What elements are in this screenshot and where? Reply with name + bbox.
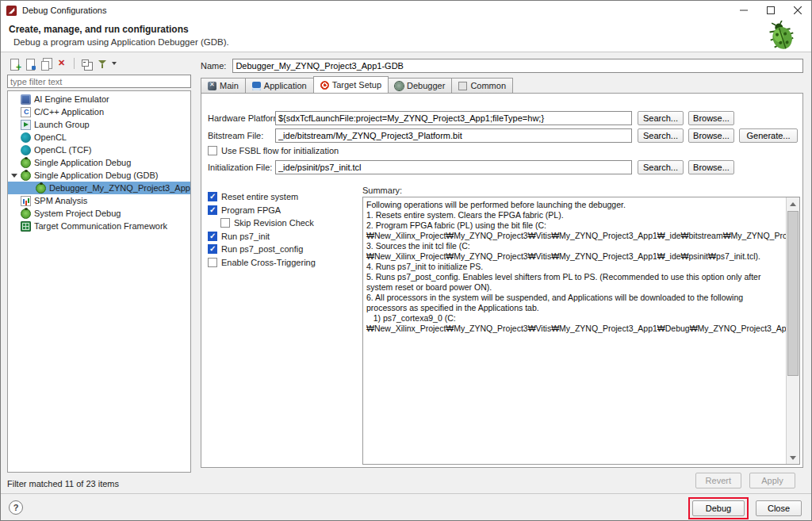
- hardware-platform-input[interactable]: [275, 111, 632, 125]
- spm-analysis-icon: [21, 196, 31, 206]
- target-communication-framework-icon: [21, 221, 31, 232]
- header-title: Create, manage, and run configurations: [9, 24, 189, 35]
- skip-revision-check-row: Skip Revision Check: [220, 216, 358, 229]
- new-configuration-button[interactable]: [7, 57, 21, 71]
- name-label: Name:: [201, 61, 226, 71]
- help-button[interactable]: ?: [9, 500, 23, 515]
- initialization-file-row: Initialization File: Search... Browse...: [201, 160, 802, 174]
- debugger-tab-icon: [395, 82, 404, 90]
- delete-button[interactable]: [55, 57, 69, 71]
- tree-item-launch-group[interactable]: Launch Group: [8, 118, 190, 131]
- tree-item-opencl-tcf[interactable]: OpenCL (TCF): [8, 144, 190, 156]
- app-logo-icon: [6, 5, 17, 17]
- run-ps7-init-row: Run ps7_init: [208, 230, 358, 243]
- scrollbar-thumb[interactable]: [787, 211, 799, 376]
- dialog-footer: ? Debug Close: [1, 493, 811, 520]
- run-ps7-init-checkbox[interactable]: [208, 232, 217, 241]
- apply-row: Revert Apply: [695, 473, 795, 488]
- tab-target-setup[interactable]: Target Setup: [313, 76, 389, 93]
- tab-debugger[interactable]: Debugger: [388, 78, 452, 93]
- debug-button[interactable]: Debug: [692, 500, 745, 516]
- summary-scrollbar[interactable]: [786, 197, 799, 464]
- skip-revision-check-checkbox[interactable]: [220, 218, 230, 228]
- dialog-body: AI Engine Emulator C/C++ Application Lau…: [1, 52, 811, 495]
- target-options: Reset entire system Program FPGA Skip Re…: [208, 190, 358, 269]
- new-prototype-button[interactable]: [23, 57, 37, 71]
- left-panel: AI Engine Emulator C/C++ Application Lau…: [7, 52, 196, 495]
- duplicate-button[interactable]: [39, 57, 53, 71]
- annotation-highlight-box: Debug: [688, 497, 749, 519]
- target-setup-tab-icon: [320, 81, 329, 90]
- enable-cross-triggering-row: Enable Cross-Triggering: [208, 256, 358, 269]
- filter-dropdown-arrow-icon[interactable]: [112, 62, 117, 65]
- close-window-button[interactable]: [784, 1, 811, 20]
- minimize-icon: [740, 6, 748, 14]
- close-icon: [794, 6, 802, 14]
- bitstream-file-input[interactable]: [275, 128, 632, 143]
- debug-configurations-dialog: Debug Configurations Create, manage, and…: [0, 0, 812, 521]
- fsbl-flow-label: Use FSBL flow for initialization: [221, 146, 339, 155]
- enable-cross-triggering-checkbox[interactable]: [208, 258, 217, 267]
- name-row: Name:: [201, 59, 803, 73]
- tree-item-spm-analysis[interactable]: SPM Analysis: [8, 194, 190, 207]
- name-input[interactable]: [232, 59, 803, 73]
- close-button[interactable]: Close: [756, 500, 802, 516]
- debugger-config-icon: [36, 183, 46, 193]
- run-ps7-post-config-checkbox[interactable]: [208, 244, 217, 254]
- reset-entire-system-checkbox[interactable]: [208, 192, 217, 201]
- initialization-browse-button[interactable]: Browse...: [688, 160, 734, 174]
- target-setup-panel: Hardware Platform: Search... Browse... B…: [201, 93, 803, 468]
- initialization-search-button[interactable]: Search...: [638, 160, 684, 174]
- filter-input[interactable]: [7, 75, 191, 88]
- tab-application[interactable]: Application: [245, 78, 314, 93]
- apply-button[interactable]: Apply: [749, 473, 795, 488]
- reset-entire-system-row: Reset entire system: [208, 190, 358, 203]
- titlebar: Debug Configurations: [1, 1, 811, 20]
- bitstream-browse-button[interactable]: Browse...: [688, 128, 734, 143]
- tree-item-target-communication-framework[interactable]: Target Communication Framework: [8, 220, 190, 232]
- hardware-platform-browse-button[interactable]: Browse...: [688, 111, 734, 125]
- revert-button[interactable]: Revert: [695, 473, 741, 488]
- hardware-platform-search-button[interactable]: Search...: [638, 111, 684, 125]
- filter-button[interactable]: [95, 57, 109, 71]
- summary-box: Following operations will be performed b…: [362, 197, 800, 465]
- minimize-button[interactable]: [730, 1, 757, 20]
- config-tabs: Main Application Target Setup Debugger C…: [201, 76, 512, 93]
- launch-toolbar: [7, 56, 117, 71]
- opencl-icon: [21, 132, 31, 143]
- toolbar-divider: [74, 58, 75, 69]
- fsbl-flow-checkbox[interactable]: [208, 146, 217, 155]
- fsbl-flow-checkbox-row: Use FSBL flow for initialization: [208, 146, 339, 155]
- program-fpga-checkbox[interactable]: [208, 205, 217, 215]
- scroll-up-arrow-icon[interactable]: [787, 197, 799, 210]
- tree-item-single-application-debug[interactable]: Single Application Debug: [8, 156, 190, 169]
- window-title: Debug Configurations: [22, 6, 106, 15]
- tab-common[interactable]: Common: [451, 78, 513, 93]
- collapse-all-button[interactable]: [79, 57, 94, 71]
- bitstream-generate-button[interactable]: Generate...: [739, 128, 798, 143]
- tree-item-debugger-config[interactable]: Debugger_My_ZYNQ_Project3_App1-GDB: [8, 182, 190, 194]
- application-tab-icon: [252, 82, 261, 90]
- ai-engine-emulator-icon: [21, 94, 31, 105]
- bitstream-file-row: Bitstream File: Search... Browse... Gene…: [201, 128, 802, 143]
- header-subtitle: Debug a program using Application Debugg…: [13, 37, 229, 47]
- summary-label: Summary:: [362, 186, 402, 195]
- scroll-down-arrow-icon[interactable]: [787, 451, 799, 464]
- run-ps7-post-config-row: Run ps7_post_config: [208, 243, 358, 255]
- hardware-platform-row: Hardware Platform: Search... Browse...: [201, 111, 802, 125]
- common-tab-icon: [458, 82, 467, 90]
- tab-main[interactable]: Main: [201, 78, 246, 93]
- expand-collapse-arrow-icon[interactable]: [11, 174, 17, 178]
- bitstream-search-button[interactable]: Search...: [638, 128, 684, 143]
- tree-item-opencl[interactable]: OpenCL: [8, 131, 190, 144]
- tree-item-system-project-debug[interactable]: System Project Debug: [8, 207, 190, 220]
- initialization-file-input[interactable]: [275, 160, 632, 174]
- tree-item-single-application-debug-gdb[interactable]: Single Application Debug (GDB): [8, 169, 190, 182]
- hardware-platform-label: Hardware Platform:: [208, 113, 283, 123]
- filter-status-text: Filter matched 11 of 23 items: [7, 479, 119, 488]
- system-project-debug-icon: [21, 209, 31, 219]
- tree-item-c-cpp-application[interactable]: C/C++ Application: [8, 105, 190, 118]
- tree-item-ai-engine-emulator[interactable]: AI Engine Emulator: [8, 93, 190, 105]
- maximize-button[interactable]: [757, 1, 784, 20]
- program-fpga-row: Program FPGA: [208, 204, 358, 216]
